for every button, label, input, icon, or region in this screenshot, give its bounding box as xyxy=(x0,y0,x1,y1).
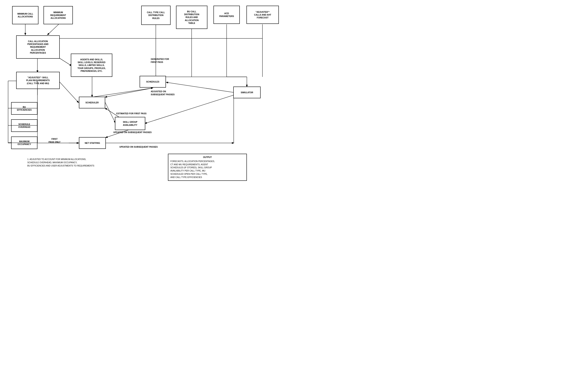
call-type-dist-box: CALL TYPE CALLDISTRIBUTIONRULES xyxy=(141,6,171,25)
scheduler-box: SCHEDULER xyxy=(79,97,105,108)
max-occupancy-box: MAXIMUMOCCUPANCY xyxy=(11,136,37,149)
svg-line-9 xyxy=(59,81,79,103)
svg-line-29 xyxy=(145,95,234,123)
skill-group-avail-box: SKILL GROUPAVAILABILITY xyxy=(115,117,145,130)
svg-line-34 xyxy=(59,58,71,66)
svg-line-12 xyxy=(105,103,115,123)
adjusted-calls-box: "ADJUSTED"¹CALLS AND AHTFORECAST xyxy=(246,6,279,24)
output-box: OUTPUT FORECASTS, ALLOCATION PERCENTAGES… xyxy=(168,154,247,181)
min-call-alloc-box: MINIMUM CALL ALLOCATIONS xyxy=(12,6,39,24)
agents-skills-box: AGENTS AND SKILLS,SKILL LEVELS, RESERVED… xyxy=(71,54,112,77)
adjusted-subsequent-label: ADJUSTED ONSUBSEQUENT PASSES xyxy=(151,90,175,96)
adjusted-skill-box: "ADJUSTED"¹ SKILLPLAN REQUIREMENTS(CALL … xyxy=(16,72,60,89)
simulator-box: SIMULATOR xyxy=(233,87,261,98)
bu-call-dist-box: BU CALLDISTRIBUTIONRULES ANDALLOCATIONTA… xyxy=(176,6,207,29)
acd-params-box: ACDPARAMETERS xyxy=(213,6,240,24)
schedule-overhead-box: SCHEDULEOVERHEAD xyxy=(11,119,37,132)
estimated-first-pass-label: ESTIMATED FOR FIRST PASS xyxy=(116,112,147,115)
footnote: 1. ADJUSTED TO ACCOUNT FOR MINIMUM ALLOC… xyxy=(27,158,94,167)
updated-subsequent-label2: UPDATED ON SUBSEQUENT PASSES xyxy=(119,146,158,148)
call-alloc-pct-box: CALL ALLOCATIONPERCENTAGES ANDREQUIREMEN… xyxy=(16,35,60,59)
generated-first-pass-label: GENERATED FORFIRST PASS xyxy=(151,58,169,64)
svg-line-14 xyxy=(106,129,130,137)
min-req-alloc-box: MINIMUM REQUIREMENT ALLOCATIONS xyxy=(43,6,73,24)
svg-line-11 xyxy=(92,88,153,97)
svg-line-28 xyxy=(166,82,234,93)
updated-subsequent-label1: UPDATED ON SUBSEQUENT PASSES xyxy=(113,131,151,134)
first-pass-only-label: FIRSTPASS ONLY xyxy=(49,137,60,143)
schedules-box: SCHEDULES xyxy=(140,76,166,88)
bu-efficiencies-box: BUEFFICIENCIES xyxy=(11,102,37,115)
net-staffing-box: NET STAFFING xyxy=(79,137,106,149)
svg-line-1 xyxy=(48,24,59,35)
diagram: MINIMUM CALL ALLOCATIONS MINIMUM REQUIRE… xyxy=(0,0,294,189)
svg-line-33 xyxy=(105,88,153,97)
